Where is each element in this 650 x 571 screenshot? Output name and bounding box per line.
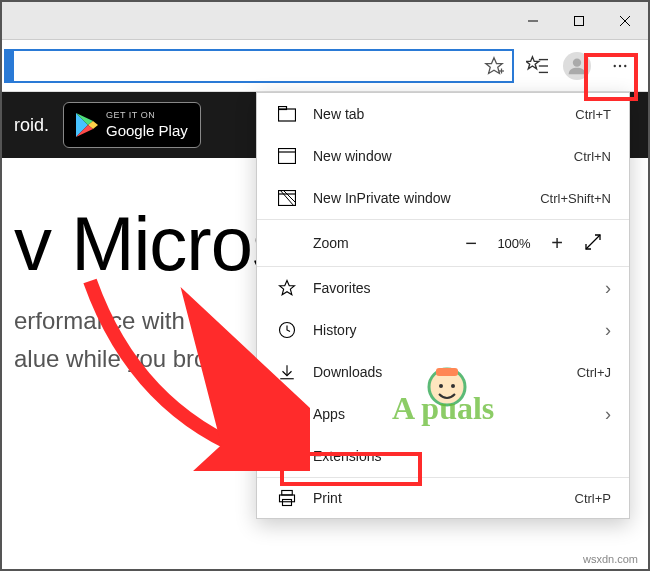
svg-marker-28 [280,281,295,295]
svg-rect-20 [279,107,287,110]
google-play-text: GET IT ON Google Play [106,110,188,141]
menu-label: Print [313,490,575,506]
svg-rect-19 [279,109,296,121]
menu-label: Downloads [313,364,577,380]
svg-rect-35 [289,416,295,422]
favorites-list-icon[interactable] [520,49,554,83]
svg-marker-7 [526,56,539,68]
menu-new-inprivate[interactable]: New InPrivate window Ctrl+Shift+N [257,177,629,219]
apps-icon [275,406,299,422]
menu-shortcut: Ctrl+P [575,491,611,506]
chevron-right-icon: › [605,320,611,341]
chevron-right-icon: › [605,278,611,299]
menu-favorites[interactable]: Favorites › [257,267,629,309]
new-window-icon [275,148,299,164]
banner-lead-text: roid. [14,115,49,136]
add-favorite-icon[interactable] [482,54,506,78]
download-icon [275,363,299,381]
menu-label: Favorites [313,280,605,296]
zoom-label: Zoom [275,235,453,251]
menu-shortcut: Ctrl+T [575,107,611,122]
menu-extensions[interactable]: Extensions [257,435,629,477]
svg-rect-34 [280,416,286,422]
watermark: wsxdn.com [583,553,638,565]
menu-shortcut: Ctrl+Shift+N [540,191,611,206]
menu-label: New tab [313,106,575,122]
address-bar[interactable] [4,49,514,83]
menu-print[interactable]: Print Ctrl+P [257,478,629,518]
svg-rect-21 [279,149,296,164]
print-icon [275,489,299,507]
menu-history[interactable]: History › [257,309,629,351]
svg-rect-36 [282,491,293,496]
svg-rect-33 [289,407,295,413]
profile-avatar[interactable] [560,49,594,83]
maximize-button[interactable] [556,2,602,39]
menu-new-tab[interactable]: New tab Ctrl+T [257,93,629,135]
menu-shortcut: Ctrl+N [574,149,611,164]
address-selection [6,51,14,81]
menu-new-window[interactable]: New window Ctrl+N [257,135,629,177]
menu-label: History [313,322,605,338]
google-play-badge[interactable]: GET IT ON Google Play [63,102,201,148]
menu-zoom: Zoom − 100% + [257,220,629,266]
svg-rect-32 [280,407,286,413]
zoom-out-button[interactable]: − [453,232,489,255]
history-icon [275,321,299,339]
svg-rect-38 [283,500,292,506]
svg-rect-37 [280,495,295,502]
close-button[interactable] [602,2,648,39]
menu-label: New InPrivate window [313,190,540,206]
extensions-icon [275,447,299,465]
new-tab-icon [275,106,299,122]
menu-label: New window [313,148,574,164]
menu-downloads[interactable]: Downloads Ctrl+J [257,351,629,393]
google-play-icon [76,113,98,137]
svg-point-14 [624,64,626,66]
menu-label: Extensions [313,448,611,464]
svg-point-11 [573,58,581,66]
star-icon [275,279,299,297]
svg-point-13 [619,64,621,66]
menu-shortcut: Ctrl+J [577,365,611,380]
svg-line-27 [586,235,600,249]
svg-rect-1 [575,16,584,25]
settings-menu: New tab Ctrl+T New window Ctrl+N New InP… [256,92,630,519]
fullscreen-button[interactable] [575,234,611,253]
menu-label: Apps [313,406,605,422]
menu-apps[interactable]: Apps › [257,393,629,435]
chevron-right-icon: › [605,404,611,425]
zoom-in-button[interactable]: + [539,232,575,255]
minimize-button[interactable] [510,2,556,39]
svg-line-25 [280,190,294,206]
svg-point-12 [614,64,616,66]
zoom-percent: 100% [489,236,539,251]
settings-more-button[interactable] [600,49,640,83]
inprivate-icon [275,190,299,206]
browser-toolbar [2,40,648,92]
window-titlebar [2,2,648,40]
